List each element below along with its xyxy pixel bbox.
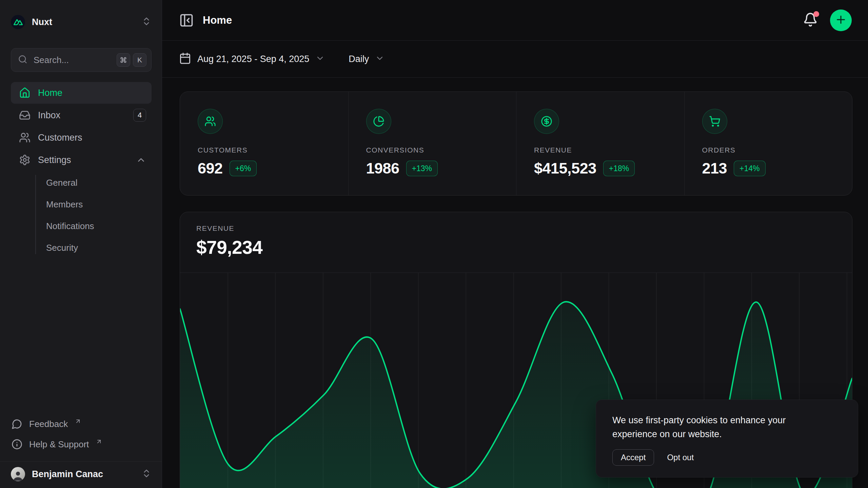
nuxt-logo-icon — [11, 15, 25, 29]
chevrons-up-down-icon — [141, 468, 152, 480]
calendar-icon — [179, 52, 191, 64]
granularity-value: Daily — [349, 54, 369, 64]
chevrons-up-down-icon — [141, 468, 152, 479]
stat-value: 692 — [198, 160, 223, 177]
calendar-icon — [179, 52, 191, 66]
settings-subnav: GeneralMembersNotificationsSecurity — [22, 172, 141, 258]
stat-delta-badge: +14% — [734, 161, 765, 176]
notifications-button[interactable] — [803, 12, 818, 28]
circle-dollar-icon — [541, 116, 552, 127]
stat-card-conversions: CONVERSIONS1986+13% — [348, 92, 516, 195]
collapse-sidebar-button[interactable] — [179, 13, 194, 28]
cookie-banner: We use first-party cookies to enhance yo… — [596, 400, 858, 477]
plus-icon — [835, 14, 847, 26]
sidebar-item-feedback[interactable]: Feedback — [11, 414, 152, 434]
cookie-accept-button[interactable]: Accept — [612, 449, 654, 466]
stat-card-revenue: REVENUE$415,523+18% — [516, 92, 684, 195]
sidebar-footer: FeedbackHelp & Support — [11, 414, 152, 454]
shopping-cart-icon — [709, 116, 721, 127]
search-input[interactable]: Search... K — [11, 48, 152, 72]
date-range-value: Aug 21, 2025 - Sep 4, 2025 — [197, 54, 309, 64]
stat-value: $415,523 — [534, 160, 596, 177]
sidebar-item-security[interactable]: Security — [22, 237, 141, 258]
stat-delta-badge: +6% — [230, 161, 257, 176]
panel-left-close-icon — [179, 13, 194, 28]
arrow-up-right-icon — [96, 438, 102, 445]
stat-card-customers: CUSTOMERS692+6% — [180, 92, 348, 195]
sidebar: Nuxt Search... K HomeInbox4CustomersSett… — [0, 0, 162, 488]
user-menu[interactable]: Benjamin Canac — [0, 462, 162, 488]
sidebar-item-general[interactable]: General — [22, 172, 141, 193]
inbox-icon — [19, 109, 31, 121]
chart-pie-icon-badge — [366, 109, 391, 134]
sidebar-item-customers[interactable]: Customers — [11, 127, 152, 148]
team-switcher[interactable]: Nuxt — [0, 0, 162, 29]
sidebar-item-help-support[interactable]: Help & Support — [11, 434, 152, 454]
shopping-cart-icon-badge — [702, 109, 727, 134]
search-icon — [18, 55, 27, 65]
granularity-select[interactable]: Daily — [349, 54, 384, 64]
brand-name: Nuxt — [32, 17, 52, 27]
sidebar-item-members[interactable]: Members — [22, 194, 141, 215]
stat-delta-badge: +13% — [406, 161, 438, 176]
chevron-down-icon — [375, 54, 384, 63]
sidebar-item-settings[interactable]: Settings — [11, 149, 152, 171]
page-header: Home — [162, 0, 868, 41]
revenue-chart-label: REVENUE — [196, 224, 836, 232]
chevron-down-icon — [315, 54, 325, 63]
page-title: Home — [203, 14, 232, 26]
house-icon — [19, 87, 31, 99]
user-name: Benjamin Canac — [32, 469, 103, 480]
users-icon-badge — [198, 109, 223, 134]
chevron-down-icon — [375, 54, 384, 64]
users-icon — [204, 116, 216, 127]
notification-dot — [813, 11, 819, 17]
stat-label: ORDERS — [702, 146, 852, 154]
filters-toolbar: Aug 21, 2025 - Sep 4, 2025 Daily — [162, 41, 868, 78]
sidebar-item-inbox[interactable]: Inbox4 — [11, 104, 152, 126]
sidebar-nav: HomeInbox4CustomersSettingsGeneralMember… — [11, 82, 152, 258]
stat-value: 213 — [702, 160, 727, 177]
chevron-up-icon — [136, 155, 146, 165]
search-icon — [18, 55, 27, 64]
sidebar-footer-nav: FeedbackHelp & Support — [11, 414, 152, 454]
arrow-up-right-icon — [75, 418, 81, 425]
revenue-chart-total: $79,234 — [196, 237, 836, 258]
search-kbd-shortcut: K — [117, 53, 146, 67]
plus-icon — [835, 14, 847, 27]
sidebar-item-home[interactable]: Home — [11, 82, 152, 104]
stats-summary-card: CUSTOMERS692+6%CONVERSIONS1986+13%REVENU… — [180, 92, 852, 196]
chevrons-up-down-icon — [141, 16, 152, 26]
chevron-down-icon — [315, 54, 325, 64]
kbd-command — [117, 53, 130, 67]
cookie-optout-button[interactable]: Opt out — [667, 453, 694, 462]
stat-card-orders: ORDERS213+14% — [684, 92, 852, 195]
cookie-message: We use first-party cookies to enhance yo… — [612, 413, 823, 441]
stat-label: REVENUE — [534, 146, 684, 154]
date-range-picker[interactable]: Aug 21, 2025 - Sep 4, 2025 — [179, 52, 325, 66]
gear-icon — [19, 154, 31, 166]
stat-label: CUSTOMERS — [198, 146, 348, 154]
chart-pie-icon — [373, 116, 384, 127]
stat-label: CONVERSIONS — [366, 146, 516, 154]
command-icon — [120, 57, 127, 63]
stat-delta-badge: +18% — [603, 161, 635, 176]
avatar — [11, 467, 25, 481]
users-icon — [19, 132, 31, 143]
stat-value: 1986 — [366, 160, 399, 177]
message-circle-icon — [12, 419, 22, 429]
sidebar-item-notifications[interactable]: Notifications — [22, 216, 141, 237]
search-placeholder: Search... — [34, 55, 111, 65]
info-icon — [12, 439, 22, 450]
chevrons-up-down-icon — [141, 16, 152, 28]
kbd-k: K — [133, 53, 146, 67]
unread-count-badge: 4 — [133, 109, 146, 122]
add-button[interactable] — [830, 9, 852, 31]
circle-dollar-icon-badge — [534, 109, 559, 134]
